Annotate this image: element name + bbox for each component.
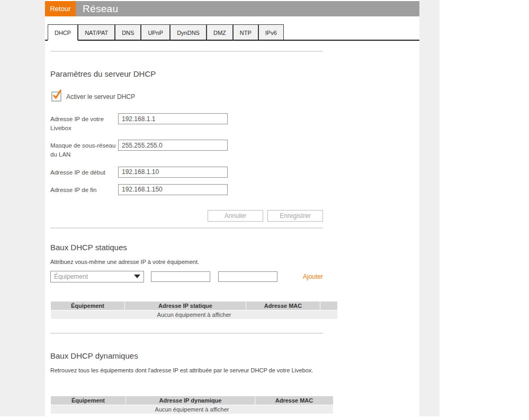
empty-table-message: Aucun équipement à afficher [51, 405, 333, 414]
column-header-mac: Adresse MAC [246, 302, 320, 310]
device-select[interactable]: Équipement [50, 271, 144, 282]
tab-upnp[interactable]: UPnP [141, 24, 170, 41]
static-leases-description: Attribuez vous-même une adresse IP à vot… [50, 259, 419, 265]
orange-checkmark-icon [52, 89, 62, 99]
start-ip-input[interactable] [118, 167, 228, 178]
form-row: Adresse IP de votre Livebox [50, 113, 419, 132]
livebox-ip-input[interactable] [118, 113, 228, 124]
column-header-dynamic-ip: Adresse IP dynamique [126, 396, 255, 405]
form-row: Adresse IP de début [50, 167, 419, 178]
static-leases-title: Baux DHCP statiques [50, 243, 419, 252]
back-button[interactable]: Retour [45, 1, 76, 16]
column-header-device: Équipement [51, 302, 124, 310]
enable-dhcp-checkbox[interactable] [51, 92, 61, 102]
dynamic-leases-title: Baux DHCP dynamiques [50, 351, 419, 360]
empty-table-message: Aucun équipement à afficher [51, 311, 337, 319]
form-actions: Annuler Enregistrer [50, 210, 323, 222]
end-ip-input[interactable] [118, 184, 228, 195]
dynamic-leases-table: Équipement Adresse IP dynamique Adresse … [50, 396, 334, 414]
left-background-strip [0, 0, 45, 416]
dhcp-settings-form: Adresse IP de votre Livebox Masque de so… [50, 113, 419, 195]
enable-dhcp-row: Activer le serveur DHCP [51, 92, 419, 102]
divider [50, 227, 323, 229]
form-row: Masque de sous-réseau du LAN [50, 140, 419, 159]
static-leases-table: Équipement Adresse IP statique Adresse M… [50, 301, 338, 319]
table-header-row: Équipement Adresse IP dynamique Adresse … [51, 396, 333, 405]
table-row: Aucun équipement à afficher [51, 405, 333, 414]
add-lease-link[interactable]: Ajouter [303, 273, 323, 280]
dhcp-settings-title: Paramètres du serveur DHCP [50, 69, 419, 78]
column-header-actions [320, 302, 337, 310]
tab-nat-pat[interactable]: NAT/PAT [78, 24, 115, 41]
enable-dhcp-label: Activer le serveur DHCP [66, 93, 135, 101]
tab-ipv6[interactable]: IPv6 [258, 24, 284, 41]
tab-bar: DHCP NAT/PAT DNS UPnP DynDNS DMZ NTP IPv… [45, 24, 419, 41]
tab-dmz[interactable]: DMZ [207, 24, 233, 41]
table-header-row: Équipement Adresse IP statique Adresse M… [51, 302, 337, 310]
page-title: Réseau [76, 1, 419, 16]
page-header: Retour Réseau [45, 1, 419, 16]
start-ip-label: Adresse IP de début [50, 167, 118, 177]
dhcp-tab-content: Paramètres du serveur DHCP Activer le se… [45, 51, 419, 420]
right-background-strip [419, 0, 440, 416]
device-select-value: Équipement [54, 273, 88, 280]
subnet-mask-input[interactable] [118, 140, 228, 151]
column-header-static-ip: Adresse IP statique [125, 302, 246, 310]
tab-dns[interactable]: DNS [115, 24, 141, 41]
cancel-button[interactable]: Annuler [208, 210, 263, 222]
tab-ntp[interactable]: NTP [233, 24, 258, 41]
end-ip-label: Adresse IP de fin [50, 184, 118, 195]
chevron-down-icon [134, 275, 140, 278]
save-button[interactable]: Enregistrer [267, 210, 323, 222]
table-row: Aucun équipement à afficher [51, 311, 337, 319]
livebox-ip-label: Adresse IP de votre Livebox [50, 113, 118, 132]
form-row: Adresse IP de fin [50, 184, 419, 195]
static-ip-input[interactable] [151, 271, 210, 282]
divider [50, 51, 323, 52]
dynamic-leases-description: Retrouvez tous les équipements dont l'ad… [50, 367, 419, 373]
network-settings-page: Retour Réseau DHCP NAT/PAT DNS UPnP DynD… [45, 0, 419, 420]
column-header-device: Équipement [51, 396, 125, 405]
divider [50, 333, 323, 334]
tab-dhcp[interactable]: DHCP [48, 24, 78, 41]
static-lease-controls: Équipement Ajouter [50, 271, 323, 282]
static-mac-input[interactable] [218, 271, 277, 282]
subnet-mask-label: Masque de sous-réseau du LAN [50, 140, 118, 159]
tab-dyndns[interactable]: DynDNS [170, 24, 207, 41]
column-header-mac: Adresse MAC [255, 396, 333, 405]
